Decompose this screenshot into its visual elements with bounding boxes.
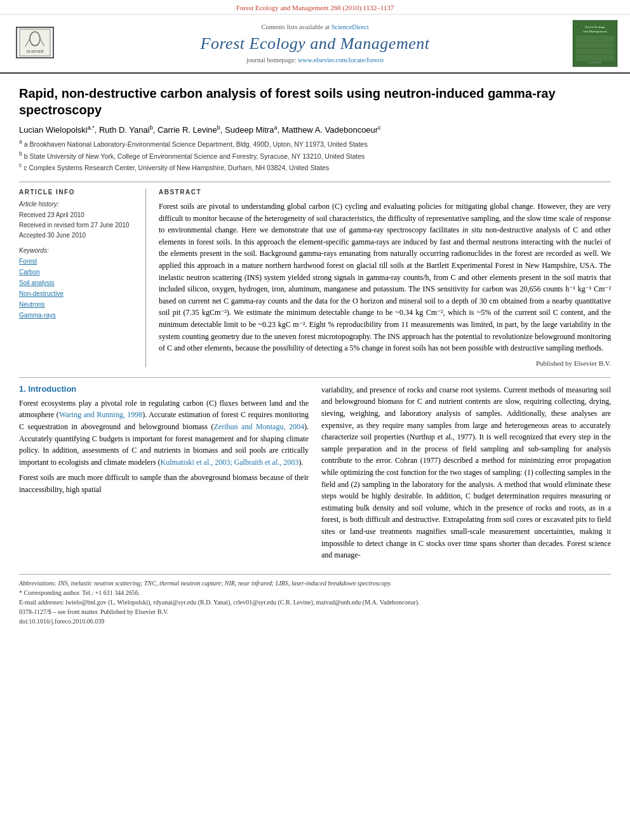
article-title: Rapid, non-destructive carbon analysis o…	[19, 85, 611, 118]
keyword-non-destructive[interactable]: Non-destructive	[19, 288, 137, 299]
footer-area: Abbreviations: INS, inelastic neutron sc…	[19, 574, 611, 626]
journal-title-area: Contents lists available at ScienceDirec…	[64, 20, 566, 67]
homepage-link[interactable]: www.elsevier.com/locate/foreco	[298, 57, 384, 63]
svg-text:ELSEVIER: ELSEVIER	[589, 61, 601, 64]
main-content: Rapid, non-destructive carbon analysis o…	[0, 74, 630, 639]
keyword-gamma-rays[interactable]: Gamma-rays	[19, 310, 137, 321]
affiliation-b: b b State University of New York, Colleg…	[19, 150, 611, 161]
sciencedirect-link[interactable]: ScienceDirect	[332, 23, 369, 30]
svg-text:ELSEVIER: ELSEVIER	[26, 50, 44, 53]
keyword-neutrons[interactable]: Neutrons	[19, 299, 137, 310]
article-info-label: ARTICLE INFO	[19, 189, 137, 196]
abbreviations-line: Abbreviations: INS, inelastic neutron sc…	[19, 578, 611, 588]
accepted-date: Accepted 30 June 2010	[19, 230, 137, 241]
zerihun-montagu-ref[interactable]: Zerihun and Montagu, 2004	[214, 422, 304, 431]
authors-line: Lucian Wielopolskia,*, Ruth D. Yanaib, C…	[19, 124, 611, 135]
intro-right-col: variability, and presence of rocks and c…	[321, 384, 611, 565]
elsevier-logo: ELSEVIER	[16, 27, 54, 60]
affiliations: a a Brookhaven National Laboratory-Envir…	[19, 138, 611, 173]
introduction-section: 1. Introduction Forest ecosystems play a…	[19, 384, 611, 565]
journal-reference-text: Forest Ecology and Management 260 (2010)…	[236, 4, 394, 11]
abstract-column: ABSTRACT Forest soils are pivotal to und…	[159, 189, 611, 367]
intro-para-1: Forest ecosystems play a pivotal role in…	[19, 397, 309, 496]
keyword-forest[interactable]: Forest	[19, 256, 137, 267]
email-line: E-mail addresses: lwielo@bnl.gov (L. Wie…	[19, 597, 611, 607]
kulmatiski-ref[interactable]: Kulmatiski et al., 2003; Galbraith et al…	[161, 458, 299, 467]
affiliation-c: c c Complex Systems Research Center, Uni…	[19, 161, 611, 173]
intro-left-col: 1. Introduction Forest ecosystems play a…	[19, 384, 309, 565]
history-label: Article history:	[19, 201, 137, 208]
abstract-text: Forest soils are pivotal to understandin…	[159, 201, 611, 354]
journal-reference-bar: Forest Ecology and Management 260 (2010)…	[0, 0, 630, 15]
journal-cover-thumbnail: Forest Ecology and Management ELSEVIER	[572, 20, 618, 67]
journal-header: ELSEVIER Contents lists available at Sci…	[0, 15, 630, 74]
intro-right-text: variability, and presence of rocks and c…	[321, 384, 611, 561]
svg-text:Forest Ecology: Forest Ecology	[585, 25, 605, 29]
homepage-line: journal homepage: www.elsevier.com/locat…	[246, 57, 384, 63]
received-revised-date: Received in revised form 27 June 2010	[19, 220, 137, 230]
published-by: Published by Elsevier B.V.	[159, 359, 611, 367]
svg-text:and Management: and Management	[583, 30, 607, 33]
article-info-abstract-section: ARTICLE INFO Article history: Received 2…	[19, 182, 611, 367]
journal-title: Forest Ecology and Management	[201, 34, 430, 53]
keyword-carbon[interactable]: Carbon	[19, 267, 137, 277]
article-info-column: ARTICLE INFO Article history: Received 2…	[19, 189, 146, 367]
journal-cover-area: Forest Ecology and Management ELSEVIER	[566, 20, 624, 67]
elsevier-logo-area: ELSEVIER	[6, 20, 64, 67]
waring-running-ref[interactable]: Waring and Running, 1998	[59, 410, 142, 419]
section-divider	[19, 377, 611, 378]
keyword-soil-analysis[interactable]: Soil analysis	[19, 277, 137, 288]
doi-line: doi:10.1016/j.foreco.2010.06.039	[19, 617, 611, 626]
abstract-label: ABSTRACT	[159, 189, 611, 196]
contents-line: Contents lists available at ScienceDirec…	[261, 23, 368, 30]
received-date: Received 23 April 2010	[19, 210, 137, 220]
copyright-line: 0378-1127/$ – see front matter. Publishe…	[19, 607, 611, 617]
affiliation-a: a a Brookhaven National Laboratory-Envir…	[19, 138, 611, 149]
corresponding-author-line: * Corresponding author. Tel.: +1 631 344…	[19, 588, 611, 597]
intro-heading: 1. Introduction	[19, 384, 309, 394]
keywords-label: Keywords:	[19, 247, 137, 254]
elsevier-logo-box: ELSEVIER	[16, 27, 54, 58]
